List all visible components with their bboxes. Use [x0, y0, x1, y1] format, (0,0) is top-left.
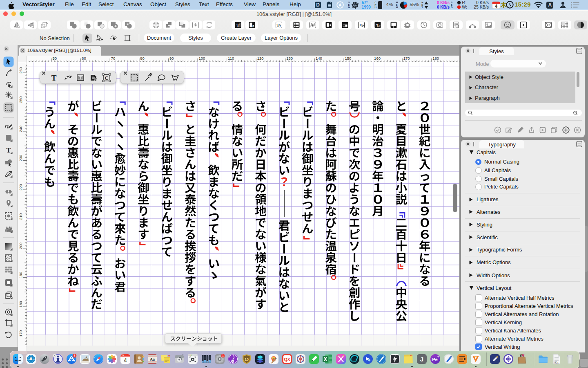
svg-text:QX: QX	[284, 357, 290, 361]
svg-text:Aa: Aa	[150, 357, 155, 361]
svg-text:3月: 3月	[122, 354, 125, 356]
svg-text:W: W	[28, 358, 30, 360]
svg-text:4: 4	[124, 357, 127, 363]
svg-text:J: J	[420, 356, 423, 363]
svg-text:1: 1	[222, 354, 224, 357]
svg-text:10: 10	[245, 357, 249, 361]
svg-text:Pe: Pe	[432, 357, 437, 361]
svg-text:8: 8	[74, 354, 76, 357]
svg-text:HGX: HGX	[555, 361, 559, 364]
